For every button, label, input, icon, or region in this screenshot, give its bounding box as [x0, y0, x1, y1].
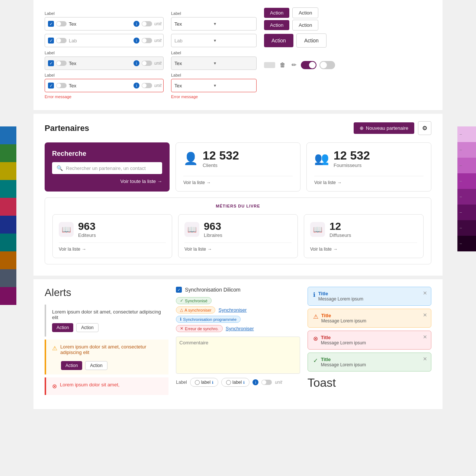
radio-1[interactable] — [195, 380, 200, 385]
badge-row-1: ✓ Synchronisé — [176, 297, 300, 304]
badge-row-2: △ A synchroniser Synchroniser — [176, 306, 300, 313]
sync-checkbox[interactable] — [176, 287, 182, 293]
rcolor-2: -- — [457, 142, 476, 158]
action-btn-secondary-2[interactable]: Action — [292, 20, 318, 30]
voir-toute-liste-link[interactable]: Voir toute la liste → — [52, 178, 162, 184]
toast-warning-title: Title — [321, 313, 426, 318]
diffuseurs-label: Diffuseurs — [329, 232, 351, 238]
actions-pair-3: Action Action — [264, 33, 431, 48]
toggle-large-on[interactable] — [301, 61, 316, 69]
arrow-right-icon: → — [157, 178, 162, 184]
form-label-select-1: Label — [171, 11, 257, 16]
comment-textarea[interactable] — [176, 337, 300, 374]
chevron-4: ▾ — [214, 83, 253, 88]
diffuseurs-link[interactable]: Voir la liste → — [310, 242, 417, 252]
radio-2[interactable] — [226, 380, 231, 385]
toggle-large-off[interactable] — [319, 61, 335, 69]
toast-close-4[interactable]: ✕ — [423, 356, 427, 362]
libraires-card: 📖 963 Libraires Voir la liste → — [178, 214, 298, 258]
info-icon-2[interactable]: i — [134, 38, 139, 44]
unit-text-3: unit — [154, 61, 161, 66]
alerts-list: Alerts Lorem ipsum dolor sit amet, conse… — [45, 287, 168, 398]
unit-sync: unit — [275, 380, 282, 385]
edit-btn[interactable]: ✏ — [290, 60, 298, 70]
input-row-2[interactable]: i unit — [45, 34, 164, 47]
toast-info-title: Title — [318, 291, 426, 296]
error-icon: ⊗ — [52, 383, 57, 390]
badge-error: ✕ Erreur de synchro. — [176, 325, 222, 332]
input-row-4[interactable]: i unit — [45, 79, 164, 92]
checkbox-4[interactable] — [48, 83, 54, 89]
alert-btn-primary-2[interactable]: Action — [61, 361, 82, 370]
fournisseurs-link-text: Voir la liste — [314, 180, 336, 185]
actions-pair-2: Action Action — [264, 20, 431, 30]
toggle-sync[interactable] — [261, 380, 272, 385]
toast-close-2[interactable]: ✕ — [423, 312, 427, 318]
search-input-wrapper[interactable]: 🔍 — [52, 162, 162, 174]
text-input-1[interactable] — [69, 21, 131, 27]
libraires-top: 📖 963 Libraires — [184, 221, 292, 238]
unit-text-2: unit — [154, 38, 161, 43]
toast-card-warning: ⚠ Title Message Lorem ipsum ✕ — [308, 309, 431, 328]
editeurs-icon: 📖 — [59, 222, 74, 237]
select-value-1: Tex — [174, 21, 214, 27]
sync-badges: ✓ Synchronisé △ A synchroniser Synchroni… — [176, 297, 300, 332]
voir-toute-label: Voir toute la liste — [120, 178, 156, 184]
action-btn-secondary-1[interactable]: Action — [292, 7, 318, 18]
toggle-1[interactable] — [56, 21, 67, 26]
alerts-title: Alerts — [45, 287, 168, 299]
color-chip-navy — [0, 216, 16, 234]
fournisseurs-link[interactable]: Voir la liste → — [314, 176, 424, 185]
toggle-7[interactable] — [56, 83, 67, 88]
checkbox-2[interactable] — [48, 38, 54, 44]
editeurs-link[interactable]: Voir la liste → — [59, 242, 166, 252]
libraires-icon: 📖 — [184, 222, 199, 237]
action-btn-primary-1[interactable]: Action — [264, 8, 289, 18]
clients-card: 👤 12 532 Clients Voir la liste → — [176, 142, 300, 192]
alert-btn-secondary-2[interactable]: Action — [85, 361, 107, 370]
toast-close-3[interactable]: ✕ — [423, 334, 427, 340]
text-input-4[interactable] — [69, 83, 131, 89]
radio-label-1[interactable]: label ℹ — [190, 378, 218, 387]
toast-error-icon: ⊗ — [313, 335, 318, 342]
input-row-1[interactable]: i unit — [45, 17, 164, 30]
sync-link-2[interactable]: Synchroniser — [226, 326, 254, 331]
toast-close-1[interactable]: ✕ — [423, 290, 427, 296]
alert-btn-secondary-1[interactable]: Action — [76, 323, 98, 332]
action-btn-primary-3[interactable]: Action — [264, 34, 293, 47]
info-icon-4[interactable]: i — [134, 83, 139, 89]
settings-btn[interactable]: ⚙ — [418, 121, 431, 135]
info-icon-1[interactable]: i — [134, 21, 139, 27]
radio-label-2[interactable]: label ℹ — [221, 378, 250, 387]
libraires-link[interactable]: Voir la liste → — [184, 242, 292, 252]
form-label-3: Label — [45, 51, 164, 55]
search-input[interactable] — [66, 165, 158, 171]
text-input-2[interactable] — [69, 38, 131, 44]
select-4[interactable]: Tex ▾ — [171, 79, 257, 92]
action-btn-primary-2[interactable]: Action — [264, 20, 289, 30]
alert-btn-primary-1[interactable]: Action — [52, 323, 73, 332]
toast-info-message: Message Lorem ipsum — [318, 296, 426, 302]
actions-pair-1: Action Action — [264, 7, 431, 18]
color-chip-dark-teal — [0, 234, 16, 251]
unit-text-1: unit — [154, 21, 161, 26]
clients-top: 👤 12 532 Clients — [183, 149, 293, 168]
checkbox-1[interactable] — [48, 21, 54, 27]
toggle-8[interactable] — [142, 83, 152, 88]
action-btn-secondary-3[interactable]: Action — [296, 33, 327, 48]
clients-link[interactable]: Voir la liste → — [183, 176, 293, 185]
info-icon-sync[interactable]: i — [253, 379, 258, 385]
select-2[interactable]: Lab ▾ — [171, 34, 257, 47]
warning-icon: ⚠ — [52, 345, 57, 352]
toggle-3[interactable] — [56, 38, 67, 43]
sync-link-1[interactable]: Synchroniser — [218, 307, 247, 313]
fournisseurs-icon: 👥 — [314, 151, 329, 165]
select-1[interactable]: Tex ▾ — [171, 17, 257, 30]
badge-row-3: ℹ Synchronisation programmée — [176, 316, 300, 323]
nouveau-partenaire-btn[interactable]: ⊕ Nouveau partenaire — [354, 122, 414, 134]
delete-btn[interactable]: 🗑 — [278, 60, 287, 70]
toggle-4[interactable] — [142, 38, 152, 43]
chevron-3: ▾ — [214, 61, 253, 66]
toast-big-title: Toast — [308, 376, 431, 390]
toggle-2[interactable] — [142, 21, 152, 26]
